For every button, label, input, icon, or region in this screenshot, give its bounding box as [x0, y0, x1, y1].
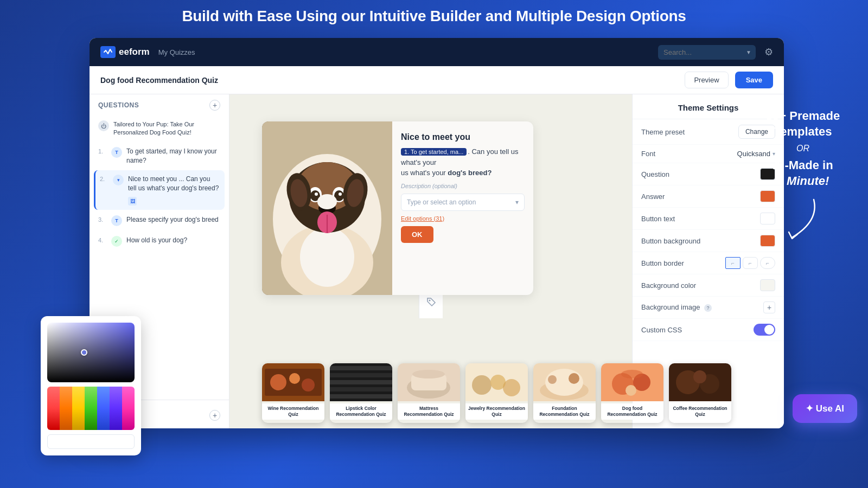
mini-card-label: Jewelry Recommendation Quiz — [465, 403, 528, 420]
q2-text: Nice to meet you ... Can you tell us wha… — [128, 175, 220, 193]
content-area: Questions + ⏻ Tailored to Your Pup: Take… — [90, 94, 784, 428]
button-border-label: Button border — [641, 259, 684, 267]
logo-text: eeform — [119, 47, 150, 57]
quiz-title: Dog food Recommendation Quiz — [100, 76, 678, 85]
custom-css-row: Custom CSS — [633, 319, 784, 341]
svg-rect-29 — [330, 373, 392, 377]
search-chevron-icon: ▼ — [746, 49, 751, 55]
q-num-2: 2. — [100, 175, 108, 182]
q3-text: Please specify your dog's breed — [126, 215, 219, 224]
custom-css-label: Custom CSS — [641, 326, 682, 334]
quiz-card-content: Nice to meet you 1. To get started, ma..… — [392, 121, 533, 295]
text-icon: T — [111, 147, 122, 158]
mini-cards-row: Wine Recommendation Quiz Lip — [262, 363, 605, 423]
list-item[interactable]: Lipstick Color Recommendation Quiz — [330, 363, 392, 423]
border-square-option[interactable]: ⌐ — [725, 257, 741, 269]
q-num-4: 4. — [98, 236, 107, 243]
list-item[interactable]: 2. ▾ Nice to meet you ... Can you tell u… — [94, 170, 225, 210]
list-item[interactable]: 1. T To get started, may I know your nam… — [94, 143, 225, 170]
list-item[interactable]: Jewelry Recommendation Quiz — [465, 363, 528, 423]
color-strip-green[interactable] — [85, 387, 97, 430]
app-window: eeform My Quizzes ▼ ⚙ Dog food Recommend… — [90, 38, 784, 428]
check-icon: ✓ — [111, 236, 122, 247]
background-image-row: Background image ? + — [633, 297, 784, 319]
hex-color-input[interactable]: #6774da — [47, 434, 135, 449]
help-icon[interactable]: ? — [704, 304, 712, 312]
nav-my-quizzes[interactable]: My Quizzes — [158, 48, 195, 56]
page-title: Build with Ease Using our Intuitive Buil… — [0, 8, 868, 25]
question-bold: dog's breed? — [448, 169, 492, 177]
q1-text: To get started, may I know your name? — [126, 147, 220, 165]
mini-card-label: Coffee Recommendation Quiz — [669, 403, 731, 420]
top-nav: eeform My Quizzes ▼ ⚙ — [90, 38, 784, 66]
custom-css-toggle[interactable] — [754, 324, 775, 336]
promo-line1: 50+ PremadeTemplates — [754, 108, 852, 139]
save-button[interactable]: Save — [735, 72, 773, 88]
background-color-swatch[interactable] — [760, 279, 775, 291]
svg-point-24 — [270, 374, 286, 390]
svg-point-54 — [693, 370, 706, 383]
color-strip-red[interactable] — [47, 387, 60, 430]
color-strip-pink[interactable] — [122, 387, 135, 430]
search-wrap: ▼ — [658, 45, 756, 60]
svg-point-21 — [317, 194, 337, 209]
question-label: Question — [641, 170, 669, 178]
svg-point-3 — [300, 227, 354, 287]
preview-button[interactable]: Preview — [685, 72, 728, 88]
mini-card-label: Lipstick Color Recommendation Quiz — [330, 403, 392, 420]
logo-icon — [100, 46, 116, 58]
svg-point-38 — [472, 375, 492, 395]
use-ai-button[interactable]: ✦ Use AI — [793, 394, 857, 423]
svg-rect-32 — [330, 394, 392, 399]
q4-text: How old is your dog? — [126, 236, 187, 245]
svg-point-11 — [339, 192, 342, 196]
select-chevron-icon: ▾ — [515, 198, 519, 206]
list-item[interactable]: Dog food Recommendation Quiz — [601, 363, 663, 423]
tag-icon[interactable] — [423, 293, 440, 311]
add-background-image-button[interactable]: + — [763, 301, 775, 313]
color-strip-yellow[interactable] — [72, 387, 85, 430]
ok-button[interactable]: OK — [401, 226, 433, 243]
add-question-button[interactable]: + — [209, 100, 220, 111]
dog-illustration — [262, 121, 392, 295]
border-rounded-option[interactable]: ⌐ — [743, 257, 758, 269]
questions-section-header: Questions + — [90, 94, 229, 114]
border-full-rounded-option[interactable]: ⌐ — [760, 257, 775, 269]
quiz-question: 1. To get started, ma.... Can you tell u… — [401, 146, 525, 178]
quiz-preview-card: Nice to meet you 1. To get started, ma..… — [262, 121, 533, 295]
add-ending-button[interactable]: + — [209, 410, 220, 421]
svg-point-36 — [412, 370, 445, 378]
answer-label: Answer — [641, 192, 665, 201]
list-item[interactable]: Wine Recommendation Quiz — [262, 363, 324, 423]
svg-point-44 — [548, 375, 557, 384]
mini-card-label: Foundation Recommendation Quiz — [533, 403, 596, 420]
mini-card-label: Dog food Recommendation Quiz — [601, 403, 663, 420]
app-layout: eeform My Quizzes ▼ ⚙ Dog food Recommend… — [90, 38, 784, 428]
list-item[interactable]: Foundation Recommendation Quiz — [533, 363, 596, 423]
edit-options-link[interactable]: Edit options (31) — [401, 215, 525, 222]
promo-or: OR — [754, 144, 852, 153]
color-strip-blue[interactable] — [97, 387, 110, 430]
content-header: Dog food Recommendation Quiz Preview Sav… — [90, 66, 784, 94]
font-label: Font — [641, 150, 655, 158]
q-num-3: 3. — [98, 215, 107, 223]
list-item[interactable]: 4. ✓ How old is your dog? — [94, 232, 225, 251]
background-color-label: Background color — [641, 281, 696, 290]
list-item[interactable]: Coffee Recommendation Quiz — [669, 363, 731, 423]
svg-point-45 — [569, 373, 579, 384]
background-color-row: Background color — [633, 274, 784, 297]
list-item[interactable]: ⏻ Tailored to Your Pup: Take Our Persona… — [94, 116, 225, 142]
svg-point-66 — [429, 300, 430, 301]
logo-area: eeform — [100, 46, 150, 58]
list-item[interactable]: Mattress Recommendation Quiz — [398, 363, 460, 423]
color-strip-purple[interactable] — [110, 387, 122, 430]
color-strip-orange[interactable] — [60, 387, 72, 430]
select-input[interactable]: Type or select an option ▾ — [401, 194, 525, 211]
list-item[interactable]: 3. T Please specify your dog's breed — [94, 211, 225, 230]
svg-rect-28 — [330, 366, 392, 370]
text-icon-3: T — [111, 215, 122, 226]
search-input[interactable] — [658, 45, 756, 60]
svg-point-25 — [289, 373, 300, 384]
color-gradient-area[interactable] — [47, 323, 135, 382]
settings-icon[interactable]: ⚙ — [764, 46, 773, 58]
